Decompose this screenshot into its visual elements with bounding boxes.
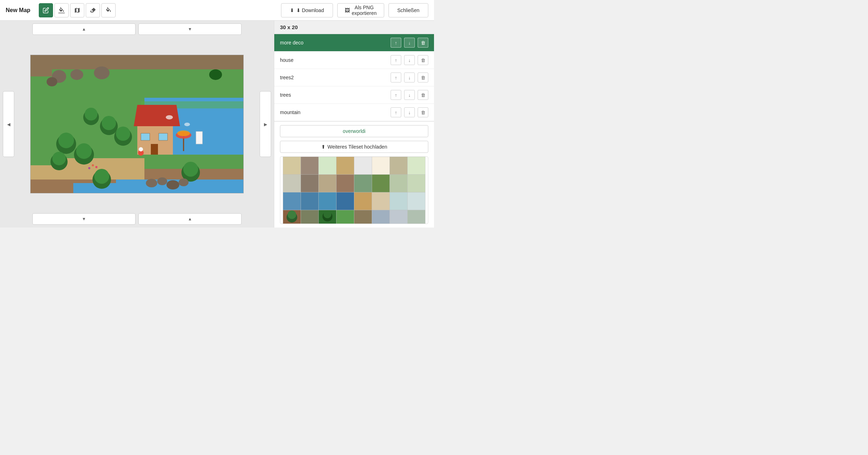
eraser-tool-btn[interactable]: [86, 3, 100, 17]
scroll-top-left-button[interactable]: ▲: [32, 23, 136, 35]
map-area: ▲ ▼ ◀: [0, 21, 274, 228]
download-label: ⬇ Download: [296, 7, 324, 13]
svg-rect-61: [301, 175, 319, 192]
map-svg: [31, 55, 244, 193]
layer-down-house-button[interactable]: ↓: [404, 55, 415, 65]
layer-delete-house-button[interactable]: 🗑: [418, 55, 428, 65]
tileset-preview[interactable]: [280, 156, 428, 224]
svg-point-46: [139, 147, 143, 151]
svg-rect-13: [141, 133, 150, 140]
svg-rect-83: [408, 210, 425, 224]
svg-rect-81: [372, 210, 390, 224]
svg-marker-12: [134, 105, 180, 126]
layer-item-house[interactable]: house ↑ ↓ 🗑: [274, 52, 434, 69]
svg-point-87: [324, 210, 332, 218]
svg-point-24: [70, 69, 83, 80]
svg-point-40: [92, 164, 94, 166]
svg-point-39: [177, 130, 190, 136]
layer-delete-trees2-button[interactable]: 🗑: [418, 73, 428, 82]
layer-delete-mountain-button[interactable]: 🗑: [418, 107, 428, 117]
tool-group: [39, 3, 116, 17]
export-png-button[interactable]: 🖼 Als PNGexportieren: [337, 3, 384, 17]
app-title: New Map: [6, 7, 30, 14]
svg-point-48: [157, 177, 167, 185]
bucket-tool-btn[interactable]: [101, 3, 116, 17]
layer-item-trees[interactable]: trees ↑ ↓ 🗑: [274, 86, 434, 104]
pencil-tool-btn[interactable]: [39, 3, 53, 17]
layer-up-trees2-button[interactable]: ↑: [391, 73, 401, 82]
layer-name-more-deco: more deco: [280, 40, 388, 46]
svg-rect-82: [390, 210, 408, 224]
svg-rect-51: [196, 132, 202, 144]
layer-item-mountain[interactable]: mountain ↑ ↓ 🗑: [274, 104, 434, 121]
svg-rect-67: [408, 175, 425, 192]
scroll-bottom-left-button[interactable]: ▼: [32, 213, 136, 225]
layer-delete-more-deco-button[interactable]: 🗑: [418, 38, 428, 48]
svg-rect-79: [337, 210, 354, 224]
main-area: ▲ ▼ ◀: [0, 21, 434, 228]
layer-up-trees-button[interactable]: ↑: [391, 90, 401, 100]
svg-point-23: [47, 77, 57, 86]
scroll-right-button[interactable]: ▶: [260, 91, 271, 157]
layer-down-more-deco-button[interactable]: ↓: [404, 38, 415, 48]
export-label: Als PNGexportieren: [352, 5, 377, 16]
toolbar: New Map: [0, 0, 434, 21]
svg-rect-64: [354, 175, 372, 192]
layer-up-more-deco-button[interactable]: ↑: [391, 38, 401, 48]
tileset-name-button[interactable]: overworldi: [280, 125, 428, 137]
svg-point-44: [184, 123, 190, 126]
upload-tileset-label: Weiteres Tileset hochladen: [328, 144, 387, 150]
svg-point-34: [94, 169, 109, 184]
svg-rect-80: [354, 210, 372, 224]
svg-point-49: [166, 180, 179, 189]
svg-point-21: [52, 152, 66, 165]
scroll-left-button[interactable]: ◀: [3, 91, 14, 157]
svg-rect-66: [390, 175, 408, 192]
svg-point-30: [116, 127, 130, 141]
puzzle-tool-btn[interactable]: [70, 3, 84, 17]
svg-rect-73: [372, 192, 390, 210]
svg-rect-14: [159, 133, 168, 140]
layer-down-trees-button[interactable]: ↓: [404, 90, 415, 100]
scroll-bottom-right-button[interactable]: ▲: [138, 213, 242, 225]
svg-point-26: [209, 69, 222, 80]
layer-down-trees2-button[interactable]: ↓: [404, 73, 415, 82]
svg-rect-60: [283, 175, 301, 192]
layer-up-mountain-button[interactable]: ↑: [391, 107, 401, 117]
svg-point-50: [179, 178, 189, 186]
map-size-label: 30 x 20: [274, 21, 434, 34]
upload-tileset-button[interactable]: ⬆ Weiteres Tileset hochladen: [280, 141, 428, 153]
layer-list: more deco ↑ ↓ 🗑 house ↑ ↓ 🗑 trees2 ↑ ↓ 🗑: [274, 34, 434, 122]
right-panel: 30 x 20 more deco ↑ ↓ 🗑 house ↑ ↓ 🗑 tree…: [274, 21, 434, 228]
layer-delete-trees-button[interactable]: 🗑: [418, 90, 428, 100]
svg-point-47: [146, 179, 157, 187]
tileset-preview-svg: [280, 157, 428, 224]
download-icon: ⬇: [290, 7, 294, 13]
layer-item-more-deco[interactable]: more deco ↑ ↓ 🗑: [274, 34, 434, 52]
svg-point-36: [183, 162, 198, 177]
svg-rect-56: [354, 157, 372, 175]
svg-rect-58: [390, 157, 408, 175]
layer-up-house-button[interactable]: ↑: [391, 55, 401, 65]
svg-rect-74: [390, 192, 408, 210]
layer-item-trees2[interactable]: trees2 ↑ ↓ 🗑: [274, 69, 434, 86]
map-canvas[interactable]: [30, 55, 244, 193]
close-button[interactable]: Schließen: [388, 3, 428, 17]
svg-rect-55: [337, 157, 354, 175]
fill-tool-btn[interactable]: [54, 3, 69, 17]
layer-down-mountain-button[interactable]: ↓: [404, 107, 415, 117]
svg-point-25: [94, 66, 110, 79]
svg-rect-71: [337, 192, 354, 210]
svg-point-32: [85, 108, 97, 121]
svg-rect-54: [319, 157, 337, 175]
layer-name-house: house: [280, 57, 388, 63]
image-icon: 🖼: [345, 7, 350, 13]
svg-rect-15: [151, 144, 158, 155]
download-button[interactable]: ⬇ ⬇ Download: [281, 3, 333, 17]
svg-rect-75: [408, 192, 425, 210]
scroll-top-right-button[interactable]: ▼: [138, 23, 242, 35]
svg-rect-70: [319, 192, 337, 210]
svg-point-41: [95, 166, 97, 168]
layer-name-mountain: mountain: [280, 109, 388, 115]
layer-name-trees2: trees2: [280, 75, 388, 80]
